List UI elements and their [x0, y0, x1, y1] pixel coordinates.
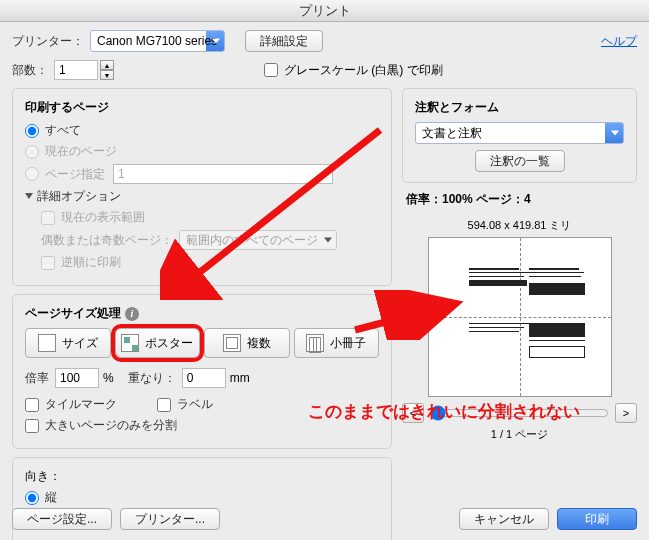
viewrange-checkbox — [41, 211, 55, 225]
page-setup-button[interactable]: ページ設定... — [12, 508, 112, 530]
page-slider[interactable] — [430, 405, 609, 421]
copies-input[interactable] — [54, 60, 98, 80]
tab-poster[interactable]: ポスター — [115, 328, 201, 358]
tab-booklet[interactable]: 小冊子 — [294, 328, 380, 358]
reverse-checkbox — [41, 256, 55, 270]
pagesize-group: ページサイズ処理i サイズ ポスター 複数 小冊子 倍率 % 重なり： mm タ… — [12, 294, 392, 449]
advanced-options-label[interactable]: 詳細オプション — [37, 188, 121, 205]
prev-page-button[interactable]: < — [402, 403, 424, 423]
page-counter: 1 / 1 ページ — [402, 427, 637, 442]
tab-multi[interactable]: 複数 — [204, 328, 290, 358]
next-page-button[interactable]: > — [615, 403, 637, 423]
scale-label: 倍率 — [25, 370, 49, 387]
grayscale-checkbox[interactable] — [264, 63, 278, 77]
bigonly-checkbox[interactable] — [25, 419, 39, 433]
pages-range-label: ページ指定 — [45, 166, 105, 183]
orientation-header: 向き： — [25, 469, 61, 483]
printer-label: プリンター： — [12, 33, 84, 50]
pages-current-label: 現在のページ — [45, 143, 117, 160]
window-title: プリント — [0, 0, 649, 22]
portrait-radio[interactable] — [25, 491, 39, 505]
pages-header: 印刷するページ — [25, 99, 379, 116]
tab-size[interactable]: サイズ — [25, 328, 111, 358]
disclosure-icon[interactable] — [25, 193, 33, 199]
cancel-button[interactable]: キャンセル — [459, 508, 549, 530]
print-button[interactable]: 印刷 — [557, 508, 637, 530]
tilemark-checkbox[interactable] — [25, 398, 39, 412]
pages-range-radio — [25, 167, 39, 181]
pages-current-radio — [25, 145, 39, 159]
overlap-input[interactable] — [182, 368, 226, 388]
annotations-list-button[interactable]: 注釈の一覧 — [475, 150, 565, 172]
pages-all-radio[interactable] — [25, 124, 39, 138]
pages-group: 印刷するページ すべて 現在のページ ページ指定 詳細オプション 現在の表示範囲… — [12, 88, 392, 286]
preview-info: 倍率：100% ページ：4 — [406, 191, 637, 208]
copies-stepper[interactable]: ▲▼ — [100, 60, 114, 80]
pagesize-header: ページサイズ処理i — [25, 305, 379, 322]
overlap-label: 重なり： — [128, 370, 176, 387]
annotations-group: 注釈とフォーム 文書と注釈 注釈の一覧 — [402, 88, 637, 183]
label-checkbox[interactable] — [157, 398, 171, 412]
advanced-settings-button[interactable]: 詳細設定 — [245, 30, 323, 52]
pages-all-label: すべて — [45, 122, 81, 139]
printer-button[interactable]: プリンター... — [120, 508, 220, 530]
pages-range-input — [113, 164, 333, 184]
oddeven-select: 範囲内のすべてのページ — [179, 230, 337, 250]
scale-input[interactable] — [55, 368, 99, 388]
annotations-select[interactable]: 文書と注釈 — [415, 122, 624, 144]
grayscale-label: グレースケール (白黒) で印刷 — [284, 62, 443, 79]
annotations-header: 注釈とフォーム — [415, 99, 624, 116]
help-link[interactable]: ヘルプ — [601, 33, 637, 50]
copies-label: 部数： — [12, 62, 48, 79]
preview-dimensions: 594.08 x 419.81 ミリ — [402, 218, 637, 233]
preview-box — [428, 237, 612, 397]
printer-select[interactable]: Canon MG7100 series — [90, 30, 225, 52]
info-icon[interactable]: i — [125, 307, 139, 321]
